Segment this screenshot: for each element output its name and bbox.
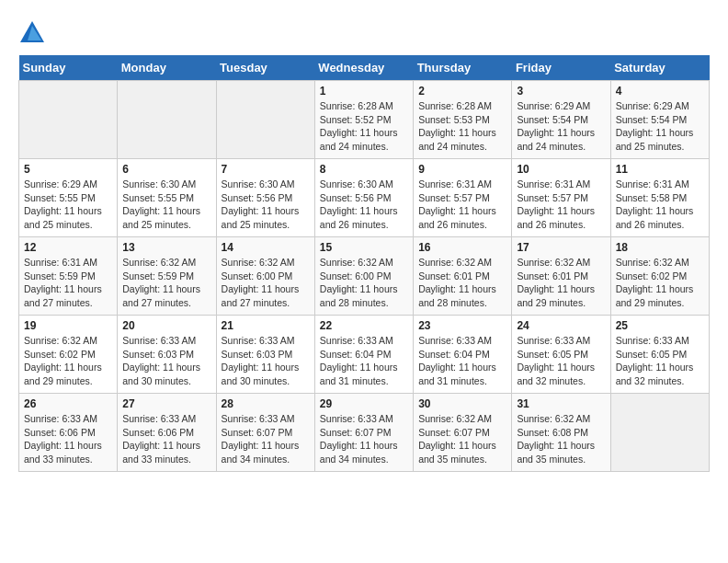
calendar-cell: 9Sunrise: 6:31 AM Sunset: 5:57 PM Daylig… bbox=[414, 159, 512, 237]
day-number: 27 bbox=[122, 397, 210, 410]
day-info: Sunrise: 6:28 AM Sunset: 5:53 PM Dayligh… bbox=[418, 99, 506, 154]
calendar-cell: 7Sunrise: 6:30 AM Sunset: 5:56 PM Daylig… bbox=[216, 159, 314, 237]
day-number: 16 bbox=[418, 241, 506, 254]
day-info: Sunrise: 6:30 AM Sunset: 5:56 PM Dayligh… bbox=[320, 178, 408, 232]
calendar-cell: 2Sunrise: 6:28 AM Sunset: 5:53 PM Daylig… bbox=[414, 81, 512, 159]
day-info: Sunrise: 6:33 AM Sunset: 6:07 PM Dayligh… bbox=[320, 412, 408, 466]
day-number: 29 bbox=[320, 397, 408, 410]
calendar-cell: 30Sunrise: 6:32 AM Sunset: 6:07 PM Dayli… bbox=[414, 394, 512, 472]
day-number: 30 bbox=[418, 397, 506, 410]
day-number: 24 bbox=[517, 319, 605, 332]
day-number: 1 bbox=[320, 85, 408, 98]
day-info: Sunrise: 6:32 AM Sunset: 5:59 PM Dayligh… bbox=[122, 256, 210, 310]
day-number: 9 bbox=[418, 163, 506, 176]
day-header-monday: Monday bbox=[118, 55, 216, 81]
day-header-sunday: Sunday bbox=[19, 55, 118, 81]
day-number: 20 bbox=[122, 319, 210, 332]
day-info: Sunrise: 6:33 AM Sunset: 6:05 PM Dayligh… bbox=[616, 334, 704, 388]
day-number: 28 bbox=[222, 397, 310, 410]
day-info: Sunrise: 6:31 AM Sunset: 5:59 PM Dayligh… bbox=[24, 256, 112, 310]
calendar-cell bbox=[610, 394, 709, 472]
day-number: 13 bbox=[122, 241, 210, 254]
day-number: 21 bbox=[222, 319, 310, 332]
calendar-cell bbox=[118, 81, 216, 159]
calendar-cell: 11Sunrise: 6:31 AM Sunset: 5:58 PM Dayli… bbox=[610, 159, 709, 237]
day-info: Sunrise: 6:33 AM Sunset: 6:03 PM Dayligh… bbox=[222, 334, 310, 388]
calendar-week-4: 19Sunrise: 6:32 AM Sunset: 6:02 PM Dayli… bbox=[19, 316, 710, 394]
calendar-cell: 18Sunrise: 6:32 AM Sunset: 6:02 PM Dayli… bbox=[610, 237, 709, 316]
day-info: Sunrise: 6:32 AM Sunset: 6:01 PM Dayligh… bbox=[418, 256, 506, 310]
day-info: Sunrise: 6:32 AM Sunset: 6:08 PM Dayligh… bbox=[517, 412, 605, 466]
calendar-cell: 29Sunrise: 6:33 AM Sunset: 6:07 PM Dayli… bbox=[314, 394, 413, 472]
day-info: Sunrise: 6:31 AM Sunset: 5:57 PM Dayligh… bbox=[517, 178, 605, 232]
day-info: Sunrise: 6:31 AM Sunset: 5:57 PM Dayligh… bbox=[418, 178, 506, 232]
calendar-cell: 8Sunrise: 6:30 AM Sunset: 5:56 PM Daylig… bbox=[314, 159, 413, 237]
day-number: 3 bbox=[517, 85, 605, 98]
day-header-wednesday: Wednesday bbox=[314, 55, 413, 81]
day-number: 4 bbox=[616, 85, 704, 98]
calendar-cell: 26Sunrise: 6:33 AM Sunset: 6:06 PM Dayli… bbox=[19, 394, 118, 472]
calendar-cell: 14Sunrise: 6:32 AM Sunset: 6:00 PM Dayli… bbox=[216, 237, 314, 316]
calendar-cell: 15Sunrise: 6:32 AM Sunset: 6:00 PM Dayli… bbox=[314, 237, 413, 316]
day-info: Sunrise: 6:32 AM Sunset: 6:00 PM Dayligh… bbox=[320, 256, 408, 310]
calendar-table: SundayMondayTuesdayWednesdayThursdayFrid… bbox=[18, 55, 710, 472]
calendar-week-3: 12Sunrise: 6:31 AM Sunset: 5:59 PM Dayli… bbox=[19, 237, 710, 316]
day-info: Sunrise: 6:30 AM Sunset: 5:55 PM Dayligh… bbox=[122, 178, 210, 232]
day-info: Sunrise: 6:33 AM Sunset: 6:04 PM Dayligh… bbox=[320, 334, 408, 388]
day-number: 23 bbox=[418, 319, 506, 332]
calendar-week-2: 5Sunrise: 6:29 AM Sunset: 5:55 PM Daylig… bbox=[19, 159, 710, 237]
calendar-body: 1Sunrise: 6:28 AM Sunset: 5:52 PM Daylig… bbox=[19, 81, 710, 472]
calendar-cell: 21Sunrise: 6:33 AM Sunset: 6:03 PM Dayli… bbox=[216, 316, 314, 394]
calendar-cell: 17Sunrise: 6:32 AM Sunset: 6:01 PM Dayli… bbox=[512, 237, 610, 316]
day-header-thursday: Thursday bbox=[414, 55, 512, 81]
calendar-cell: 19Sunrise: 6:32 AM Sunset: 6:02 PM Dayli… bbox=[19, 316, 118, 394]
calendar-cell: 31Sunrise: 6:32 AM Sunset: 6:08 PM Dayli… bbox=[512, 394, 610, 472]
day-info: Sunrise: 6:32 AM Sunset: 6:02 PM Dayligh… bbox=[24, 334, 112, 388]
calendar-cell: 27Sunrise: 6:33 AM Sunset: 6:06 PM Dayli… bbox=[118, 394, 216, 472]
day-number: 12 bbox=[24, 241, 112, 254]
calendar-cell: 13Sunrise: 6:32 AM Sunset: 5:59 PM Dayli… bbox=[118, 237, 216, 316]
calendar-cell bbox=[216, 81, 314, 159]
day-number: 25 bbox=[616, 319, 704, 332]
day-info: Sunrise: 6:33 AM Sunset: 6:06 PM Dayligh… bbox=[122, 412, 210, 466]
day-header-friday: Friday bbox=[512, 55, 610, 81]
day-number: 15 bbox=[320, 241, 408, 254]
day-number: 10 bbox=[517, 163, 605, 176]
day-number: 11 bbox=[616, 163, 704, 176]
calendar-cell: 24Sunrise: 6:33 AM Sunset: 6:05 PM Dayli… bbox=[512, 316, 610, 394]
calendar-cell: 10Sunrise: 6:31 AM Sunset: 5:57 PM Dayli… bbox=[512, 159, 610, 237]
calendar-cell: 4Sunrise: 6:29 AM Sunset: 5:54 PM Daylig… bbox=[610, 81, 709, 159]
day-number: 17 bbox=[517, 241, 605, 254]
day-number: 22 bbox=[320, 319, 408, 332]
day-number: 14 bbox=[222, 241, 310, 254]
day-number: 18 bbox=[616, 241, 704, 254]
calendar-cell: 25Sunrise: 6:33 AM Sunset: 6:05 PM Dayli… bbox=[610, 316, 709, 394]
calendar-cell: 16Sunrise: 6:32 AM Sunset: 6:01 PM Dayli… bbox=[414, 237, 512, 316]
day-header-row: SundayMondayTuesdayWednesdayThursdayFrid… bbox=[19, 55, 710, 81]
logo-icon bbox=[18, 18, 46, 46]
day-info: Sunrise: 6:29 AM Sunset: 5:54 PM Dayligh… bbox=[517, 99, 605, 154]
calendar-week-1: 1Sunrise: 6:28 AM Sunset: 5:52 PM Daylig… bbox=[19, 81, 710, 159]
day-number: 5 bbox=[24, 163, 112, 176]
day-info: Sunrise: 6:32 AM Sunset: 6:01 PM Dayligh… bbox=[517, 256, 605, 310]
calendar-cell: 22Sunrise: 6:33 AM Sunset: 6:04 PM Dayli… bbox=[314, 316, 413, 394]
calendar-cell bbox=[19, 81, 118, 159]
day-info: Sunrise: 6:29 AM Sunset: 5:55 PM Dayligh… bbox=[24, 178, 112, 232]
logo bbox=[18, 18, 48, 46]
calendar-cell: 5Sunrise: 6:29 AM Sunset: 5:55 PM Daylig… bbox=[19, 159, 118, 237]
day-info: Sunrise: 6:33 AM Sunset: 6:05 PM Dayligh… bbox=[517, 334, 605, 388]
calendar-cell: 23Sunrise: 6:33 AM Sunset: 6:04 PM Dayli… bbox=[414, 316, 512, 394]
calendar-header: SundayMondayTuesdayWednesdayThursdayFrid… bbox=[19, 55, 710, 81]
day-info: Sunrise: 6:33 AM Sunset: 6:06 PM Dayligh… bbox=[24, 412, 112, 466]
calendar-cell: 12Sunrise: 6:31 AM Sunset: 5:59 PM Dayli… bbox=[19, 237, 118, 316]
calendar-cell: 28Sunrise: 6:33 AM Sunset: 6:07 PM Dayli… bbox=[216, 394, 314, 472]
calendar-cell: 3Sunrise: 6:29 AM Sunset: 5:54 PM Daylig… bbox=[512, 81, 610, 159]
calendar-week-5: 26Sunrise: 6:33 AM Sunset: 6:06 PM Dayli… bbox=[19, 394, 710, 472]
day-number: 8 bbox=[320, 163, 408, 176]
day-info: Sunrise: 6:33 AM Sunset: 6:07 PM Dayligh… bbox=[222, 412, 310, 466]
day-number: 6 bbox=[122, 163, 210, 176]
day-info: Sunrise: 6:30 AM Sunset: 5:56 PM Dayligh… bbox=[222, 178, 310, 232]
day-number: 19 bbox=[24, 319, 112, 332]
calendar-cell: 6Sunrise: 6:30 AM Sunset: 5:55 PM Daylig… bbox=[118, 159, 216, 237]
day-number: 26 bbox=[24, 397, 112, 410]
